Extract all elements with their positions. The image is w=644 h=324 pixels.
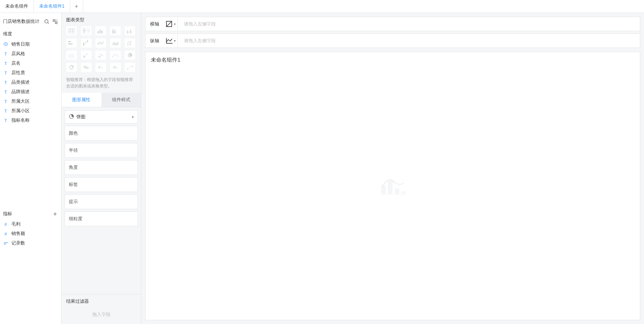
chart-type-scatter[interactable]	[95, 51, 106, 60]
text-type-icon: T	[3, 71, 8, 75]
svg-rect-54	[402, 192, 405, 195]
chart-type-pie[interactable]	[125, 51, 135, 60]
add-tab-button[interactable]: +	[70, 0, 83, 13]
component-title[interactable]: 未命名组件1	[146, 52, 640, 68]
svg-rect-2	[53, 19, 55, 21]
graphic-attr-list: 饼图 ▾ 颜色 半径 角度 标签 提示 细粒度	[62, 107, 141, 229]
dimension-item[interactable]: T 指标名称	[0, 116, 61, 125]
inner-tab-label: 图形属性	[72, 97, 90, 102]
svg-line-50	[166, 21, 172, 27]
chart-type-bar[interactable]	[95, 26, 106, 35]
svg-point-36	[102, 55, 103, 56]
measure-item[interactable]: #* 记录数	[0, 238, 61, 248]
chart-type-donut[interactable]	[66, 63, 77, 72]
dimension-item[interactable]: T 店名	[0, 59, 61, 68]
v-axis-drop-zone[interactable]: 请拖入左侧字段	[177, 34, 640, 48]
chart-type-heat-map[interactable]	[110, 63, 121, 72]
chart-type-flow-map[interactable]	[125, 63, 135, 72]
switch-datasource-icon[interactable]	[52, 19, 58, 25]
dimension-item[interactable]: T 品类描述	[0, 78, 61, 87]
svg-rect-3	[55, 22, 57, 23]
svg-point-55	[392, 181, 394, 183]
count-type-icon: #*	[3, 241, 8, 246]
chart-type-dot[interactable]	[81, 51, 92, 60]
number-type-icon: #	[3, 232, 8, 236]
chart-type-scroll[interactable]	[62, 26, 141, 74]
chart-type-partition-bar[interactable]	[66, 38, 77, 48]
attr-radius[interactable]: 半径	[65, 143, 138, 158]
chart-type-gauge[interactable]	[110, 51, 121, 60]
filter-drop-zone[interactable]: 拖入字段	[66, 309, 136, 320]
chart-type-area[interactable]	[110, 38, 121, 48]
svg-point-34	[98, 56, 100, 57]
dimension-item[interactable]: T 所属小区	[0, 106, 61, 116]
dimension-item[interactable]: 销售日期	[0, 40, 61, 49]
attr-tooltip[interactable]: 提示	[65, 194, 138, 209]
text-type-icon: T	[3, 90, 8, 94]
svg-rect-18	[112, 29, 114, 30]
chart-type-group-table[interactable]	[66, 26, 77, 35]
tab-bar: 未命名组件 未命名组件1 +	[0, 0, 644, 13]
chart-type-combo[interactable]	[125, 38, 135, 48]
svg-point-40	[70, 66, 73, 68]
attr-granularity[interactable]: 细粒度	[65, 211, 138, 226]
inner-tab-label: 组件样式	[112, 97, 130, 102]
svg-rect-20	[114, 30, 116, 31]
chart-type-stacked-bar[interactable]	[110, 26, 121, 35]
v-axis-type-button[interactable]: ▾	[164, 37, 177, 44]
filter-placeholder: 拖入字段	[92, 312, 111, 317]
svg-rect-16	[101, 30, 103, 33]
svg-rect-30	[127, 43, 128, 46]
tab-label: 未命名组件1	[39, 3, 65, 10]
measure-item[interactable]: # 毛利	[0, 219, 61, 229]
v-axis-row: 纵轴 ▾ 请拖入左侧字段	[145, 33, 640, 48]
svg-point-41	[98, 66, 100, 68]
chart-type-line[interactable]	[95, 38, 106, 48]
attr-label: 半径	[69, 148, 78, 153]
dimension-item[interactable]: T 店风格	[0, 49, 61, 59]
attr-angle[interactable]: 角度	[65, 160, 138, 175]
chart-type-hint: 智能推荐：根据拖入的字段智能推荐合适的图表或表格类型。	[62, 74, 141, 93]
h-axis-type-button[interactable]: ▾	[164, 21, 177, 27]
svg-point-0	[45, 19, 48, 23]
chart-type-range-area[interactable]	[66, 51, 77, 60]
svg-rect-14	[98, 31, 99, 33]
text-type-icon: T	[3, 109, 8, 113]
tab-graphic-attr[interactable]: 图形属性	[62, 93, 101, 107]
tab-component-1[interactable]: 未命名组件1	[34, 0, 70, 13]
dimension-item[interactable]: T 店性质	[0, 68, 61, 78]
text-type-icon: T	[3, 99, 8, 104]
tab-component-style[interactable]: 组件样式	[101, 93, 141, 107]
dimension-list: 销售日期 T 店风格 T 店名 T 店性质 T 品类描述	[0, 40, 61, 125]
svg-rect-25	[68, 41, 71, 42]
chart-type-multi-bar[interactable]	[125, 26, 135, 35]
v-axis-label: 纵轴	[146, 38, 164, 44]
dimensions-header: 维度	[0, 27, 61, 40]
h-axis-drop-zone[interactable]: 请拖入左侧字段	[177, 17, 640, 31]
pie-icon	[69, 114, 74, 120]
chart-type-bubble-map[interactable]	[95, 63, 106, 72]
tab-component-0[interactable]: 未命名组件	[0, 0, 34, 13]
chart-type-map[interactable]	[81, 63, 92, 72]
search-icon[interactable]	[44, 19, 50, 25]
svg-rect-53	[395, 189, 399, 195]
add-measure-button[interactable]: +	[52, 211, 58, 217]
chart-shape-selector[interactable]: 饼图 ▾	[65, 110, 138, 124]
chart-type-cross-table[interactable]	[81, 26, 92, 35]
measure-item[interactable]: # 销售额	[0, 229, 61, 238]
dimension-item[interactable]: T 所属大区	[0, 97, 61, 106]
chart-canvas[interactable]: 未命名组件1	[145, 52, 640, 320]
svg-rect-23	[130, 30, 131, 33]
attr-color[interactable]: 颜色	[65, 126, 138, 141]
chart-type-waterfall[interactable]	[81, 38, 92, 48]
attr-label[interactable]: 标签	[65, 177, 138, 192]
selector-label: 饼图	[76, 114, 85, 120]
attr-label: 颜色	[69, 130, 78, 136]
attr-label: 标签	[69, 182, 78, 187]
dimension-item[interactable]: T 品牌描述	[0, 87, 61, 97]
field-label: 店风格	[11, 51, 25, 57]
svg-rect-31	[130, 42, 131, 46]
axis-placeholder: 请拖入左侧字段	[184, 21, 216, 27]
field-label: 品类描述	[11, 79, 30, 86]
svg-rect-17	[112, 30, 114, 33]
